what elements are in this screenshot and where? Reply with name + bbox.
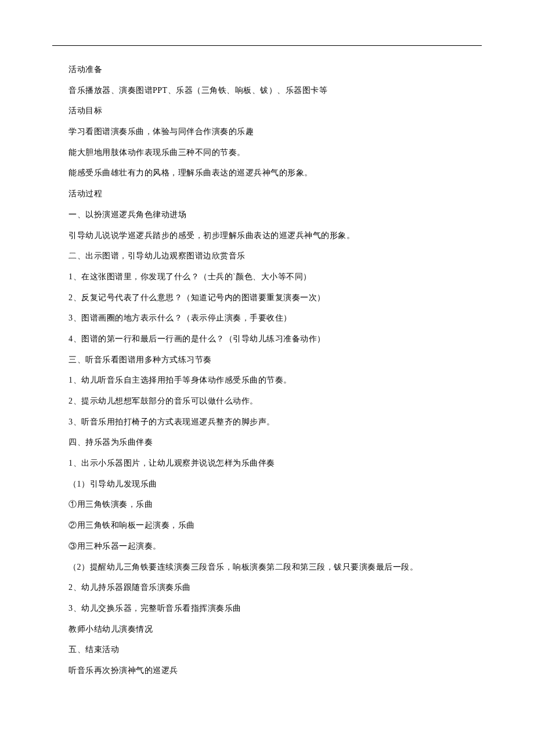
body-line: 2、反复记号代表了什么意思？（知道记号内的图谱要重复演奏一次） bbox=[52, 291, 482, 304]
body-line: ②用三角铁和响板一起演奏，乐曲 bbox=[52, 519, 482, 532]
body-line: 活动目标 bbox=[52, 105, 482, 117]
body-line: 1、幼儿听音乐自主选择用拍手等身体动作感受乐曲的节奏。 bbox=[52, 374, 482, 387]
body-line: 能感受乐曲雄壮有力的风格，理解乐曲表达的巡逻兵神气的形象。 bbox=[52, 167, 482, 179]
horizontal-rule bbox=[52, 45, 482, 46]
body-line: （1）引导幼儿发现乐曲 bbox=[52, 478, 482, 491]
body-line: 五、结束活动 bbox=[52, 643, 482, 656]
body-line: 三、听音乐看图谱用多种方式练习节奏 bbox=[52, 354, 482, 366]
body-line: 2、提示幼儿想想军鼓部分的音乐可以做什么动作。 bbox=[52, 395, 482, 408]
body-line: ①用三角铁演奏，乐曲 bbox=[52, 498, 482, 511]
body-line: 引导幼儿说说学巡逻兵踏步的感受，初步理解乐曲表达的巡逻兵神气的形象。 bbox=[52, 229, 482, 242]
body-line: 能大胆地用肢体动作表现乐曲三种不同的节奏。 bbox=[52, 146, 482, 159]
body-line: 活动过程 bbox=[52, 188, 482, 200]
body-line: 2、幼儿持乐器跟随音乐演奏乐曲 bbox=[52, 581, 482, 594]
body-line: 活动准备 bbox=[52, 63, 482, 76]
body-line: 一、以扮演巡逻兵角色律动进场 bbox=[52, 208, 482, 221]
body-line: 3、幼儿交换乐器，完整听音乐看指挥演奏乐曲 bbox=[52, 602, 482, 615]
body-line: 听音乐再次扮演神气的巡逻兵 bbox=[52, 664, 482, 677]
body-line: 音乐播放器、演奏图谱PPT、乐器（三角铁、响板、钹）、乐器图卡等 bbox=[52, 84, 482, 97]
body-line: 二、出示图谱，引导幼儿边观察图谱边欣赏音乐 bbox=[52, 250, 482, 262]
body-line: 1、出示小乐器图片，让幼儿观察并说说怎样为乐曲伴奏 bbox=[52, 457, 482, 470]
body-line: 3、听音乐用拍打椅子的方式表现巡逻兵整齐的脚步声。 bbox=[52, 416, 482, 429]
body-line: 3、图谱画圈的地方表示什么？（表示停止演奏，手要收住） bbox=[52, 312, 482, 325]
body-line: 1、在这张图谱里，你发现了什么？（士兵的`颜色、大小等不同） bbox=[52, 271, 482, 283]
body-line: 学习看图谱演奏乐曲，体验与同伴合作演奏的乐趣 bbox=[52, 125, 482, 138]
body-line: （2）提醒幼儿三角铁要连续演奏三段音乐，响板演奏第二段和第三段，钹只要演奏最后一… bbox=[52, 561, 482, 574]
body-line: 四、持乐器为乐曲伴奏 bbox=[52, 436, 482, 449]
document-page: 活动准备 音乐播放器、演奏图谱PPT、乐器（三角铁、响板、钹）、乐器图卡等 活动… bbox=[0, 0, 534, 708]
body-line: 4、图谱的第一行和最后一行画的是什么？（引导幼儿练习准备动作） bbox=[52, 333, 482, 345]
body-line: 教师小结幼儿演奏情况 bbox=[52, 623, 482, 636]
body-line: ③用三种乐器一起演奏。 bbox=[52, 540, 482, 553]
